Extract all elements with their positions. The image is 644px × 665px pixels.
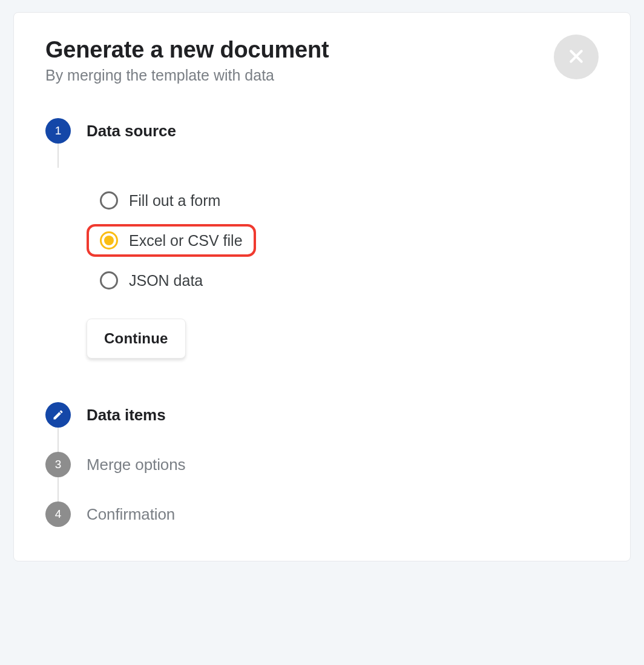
step-number-badge: 4 [45, 501, 71, 527]
step-indicator: 1 [45, 118, 71, 168]
step-connector [58, 144, 59, 168]
pencil-icon [52, 409, 64, 421]
step-title: Merge options [87, 455, 599, 474]
step-indicator [45, 402, 71, 452]
step-number: 1 [55, 124, 62, 137]
radio-icon [100, 191, 118, 210]
close-button[interactable] [554, 35, 599, 79]
step-data-source: 1 Data source Fill out a form [45, 118, 599, 402]
radio-fill-form[interactable]: Fill out a form [87, 184, 234, 217]
step-number-badge: 1 [45, 118, 71, 144]
step-number: 3 [55, 458, 62, 471]
radio-excel-csv[interactable]: Excel or CSV file [87, 224, 256, 257]
radio-label: JSON data [129, 272, 203, 289]
step-content: Confirmation [87, 501, 599, 524]
generate-document-dialog: Generate a new document By merging the t… [13, 12, 631, 561]
radio-icon [100, 231, 118, 250]
dialog-titles: Generate a new document By merging the t… [45, 37, 554, 84]
step-title: Confirmation [87, 505, 599, 524]
step-merge-options[interactable]: 3 Merge options [45, 452, 599, 501]
step-title: Data items [87, 406, 599, 425]
dialog-subtitle: By merging the template with data [45, 67, 554, 84]
step-title: Data source [87, 122, 599, 141]
step-number: 4 [55, 508, 62, 521]
radio-dot [104, 236, 114, 245]
step-body: Fill out a form Excel or CSV file JSON d… [87, 184, 599, 359]
step-content: Data items [87, 402, 599, 425]
step-connector [58, 477, 59, 501]
dialog-title: Generate a new document [45, 37, 554, 63]
continue-button[interactable]: Continue [87, 319, 186, 359]
step-content: Data source Fill out a form Excel or CSV… [87, 118, 599, 402]
dialog-header: Generate a new document By merging the t… [45, 37, 599, 84]
step-content: Merge options [87, 452, 599, 474]
close-icon [567, 47, 585, 67]
step-data-items[interactable]: Data items [45, 402, 599, 452]
data-source-radio-group: Fill out a form Excel or CSV file JSON d… [87, 184, 599, 297]
step-connector [58, 428, 59, 452]
radio-label: Fill out a form [129, 192, 220, 210]
step-indicator: 3 [45, 452, 71, 501]
radio-icon [100, 271, 118, 289]
step-edit-badge [45, 402, 71, 428]
stepper: 1 Data source Fill out a form [45, 118, 599, 527]
step-confirmation[interactable]: 4 Confirmation [45, 501, 599, 527]
step-number-badge: 3 [45, 452, 71, 477]
radio-label: Excel or CSV file [129, 232, 243, 250]
step-indicator: 4 [45, 501, 71, 527]
radio-json[interactable]: JSON data [87, 264, 216, 297]
